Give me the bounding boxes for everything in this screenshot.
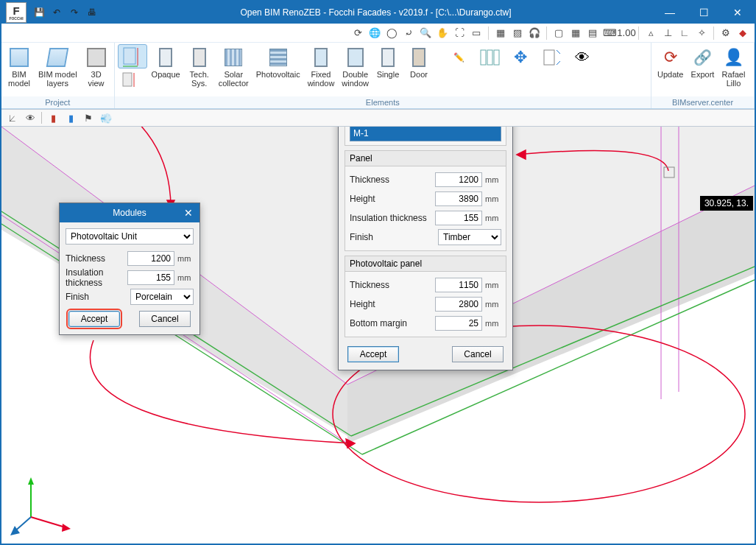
pv-2-label: Bottom margin (350, 318, 432, 328)
align-button[interactable] (537, 44, 566, 72)
zoom-icon[interactable]: 🔍 (418, 26, 433, 41)
ortho-icon[interactable]: ∟ (677, 26, 692, 41)
module-type-select[interactable]: Photovoltaic Unit (66, 228, 194, 245)
opaque-button[interactable]: Opaque (149, 44, 183, 81)
panel-2-input[interactable] (435, 211, 482, 225)
solar-collector-button[interactable]: Solar collector (216, 44, 252, 90)
pv-1-label: Height (350, 299, 432, 309)
reference-input[interactable] (350, 127, 501, 141)
sd-1-input[interactable] (127, 270, 174, 285)
ribbon-group-title: BIMserver.center (651, 96, 754, 108)
unit-label: mm (485, 281, 501, 289)
svg-rect-6 (487, 50, 492, 65)
layer-b-icon[interactable]: ▮ (64, 111, 77, 124)
sd-1-label: Insulation thickness (66, 267, 124, 288)
globe-icon[interactable]: 🌐 (367, 26, 382, 41)
module-variant-a-button[interactable] (118, 70, 143, 91)
draw-button[interactable]: ✏️ (444, 44, 473, 72)
fixed-window-button[interactable]: Fixed window (305, 44, 338, 90)
app-icon: F FOCCHI (6, 2, 27, 23)
viewport-3d[interactable]: 30.925, 13. Modules ✕ Photovoltaic Unit … (1, 127, 755, 544)
pan-icon[interactable]: ✋ (435, 26, 450, 41)
svg-rect-8 (544, 50, 554, 65)
redo-icon[interactable]: ↷ (68, 6, 81, 19)
rect-icon[interactable]: ▢ (551, 26, 566, 41)
svg-rect-3 (123, 73, 132, 86)
pv-0-input[interactable] (435, 278, 482, 292)
panel-1-label: Height (350, 194, 432, 204)
single-button[interactable]: Single (373, 44, 403, 81)
save-icon[interactable]: 💾 (32, 6, 46, 19)
close-button[interactable]: ✕ (721, 1, 755, 24)
pv-2-input[interactable] (435, 316, 482, 331)
grid-icon[interactable]: ▦ (568, 26, 583, 41)
modules-button[interactable] (118, 44, 147, 68)
unit-label: mm (177, 273, 194, 282)
double-window-button[interactable]: Double window (339, 44, 372, 90)
flag-icon[interactable]: ⚑ (82, 111, 95, 124)
layer-a-icon[interactable]: ▮ (46, 111, 60, 124)
panel-0-input[interactable] (435, 172, 482, 187)
eye-icon[interactable]: 👁 (24, 111, 37, 124)
fit-icon[interactable]: ⛶ (452, 26, 467, 41)
unit-label: mm (485, 194, 501, 203)
modules-dialog-small: Modules ✕ Photovoltaic Unit ThicknessmmI… (59, 203, 200, 335)
view-tools-row: ⟳ 🌐 ◯ ⤾ 🔍 ✋ ⛶ ▭ ▦ ▨ 🎧 ▢ ▦ ▤ ⌨ 1.00 ▵ ⊥ ∟… (1, 24, 755, 43)
panel-2-label: Insulation thickness (350, 213, 432, 223)
pv-1-input[interactable] (435, 297, 482, 312)
print-icon[interactable]: 🖶 (85, 6, 99, 19)
undo-icon[interactable]: ↶ (50, 6, 63, 19)
bim-layers-button[interactable]: BIM model layers (35, 44, 80, 90)
help-icon[interactable]: ◆ (735, 26, 750, 41)
unit-label: mm (177, 254, 194, 263)
accept-button[interactable]: Accept (347, 346, 399, 362)
copy-array-button[interactable] (475, 44, 504, 72)
panel-0-label: Thickness (350, 175, 432, 185)
settings-icon[interactable]: ⚙ (718, 26, 733, 41)
svg-rect-0 (124, 48, 135, 64)
update-button[interactable]: ⟳Update (654, 44, 686, 81)
export-button[interactable]: 🔗Export (688, 44, 717, 81)
orbit-icon[interactable]: ◯ (384, 26, 399, 41)
accept-button[interactable]: Accept (68, 311, 120, 327)
light-icon[interactable]: ▤ (585, 26, 600, 41)
window-icon[interactable]: ▭ (469, 26, 484, 41)
tech-sys-button[interactable]: Tech. Sys. (185, 44, 214, 90)
axis-icon[interactable]: ⟀ (6, 111, 19, 124)
photovoltaic-button[interactable]: Photovoltaic (253, 44, 303, 81)
title-bar: F FOCCHI 💾 ↶ ↷ 🖶 Open BIM RenoZEB - Focc… (1, 1, 755, 24)
hide-icon[interactable]: 💨 (99, 111, 113, 124)
panel-3-select[interactable]: Timber (438, 229, 501, 245)
dialog-close-button[interactable]: ✕ (182, 206, 195, 219)
bim-model-button[interactable]: BIM model (4, 44, 34, 90)
minimize-button[interactable]: — (653, 1, 687, 24)
3d-view-button[interactable]: 3D view (82, 44, 111, 90)
svg-marker-29 (62, 524, 71, 532)
rotate-icon[interactable]: ⟳ (350, 26, 365, 41)
ribbon-group-elements: Opaque Tech. Sys. Solar collector Photov… (115, 43, 651, 108)
maximize-button[interactable]: ☐ (687, 1, 721, 24)
coordinate-readout: 30.925, 13. (700, 196, 753, 211)
layer2-icon[interactable]: ▨ (510, 26, 525, 41)
snap-icon[interactable]: ✧ (694, 26, 709, 41)
door-button[interactable]: Door (404, 44, 434, 81)
keyboard-icon[interactable]: ⌨ (602, 26, 617, 41)
cancel-button[interactable]: Cancel (452, 346, 504, 362)
sd-0-label: Thickness (66, 253, 124, 264)
perp-icon[interactable]: ⊥ (660, 26, 675, 41)
panel-1-input[interactable] (435, 191, 482, 206)
visibility-button[interactable]: 👁 (568, 44, 597, 72)
layer1-icon[interactable]: ▦ (493, 26, 508, 41)
user-button[interactable]: 👤Rafael Lillo (718, 44, 748, 90)
sd-0-input[interactable] (127, 251, 174, 266)
dim-icon[interactable]: 1.00 (619, 26, 634, 41)
refresh-icon[interactable]: ⤾ (401, 26, 416, 41)
angle-icon[interactable]: ▵ (643, 26, 658, 41)
headphones-icon[interactable]: 🎧 (527, 26, 542, 41)
move-button[interactable]: ✥ (506, 44, 535, 72)
ribbon-group-bimserver: ⟳Update 🔗Export 👤Rafael Lillo BIMserver.… (651, 43, 755, 108)
group-header-panel: Panel (345, 151, 506, 166)
sd-2-select[interactable]: Porcelain (130, 289, 194, 305)
cancel-button[interactable]: Cancel (139, 311, 191, 327)
quick-access-toolbar: 💾 ↶ ↷ 🖶 (32, 6, 99, 19)
